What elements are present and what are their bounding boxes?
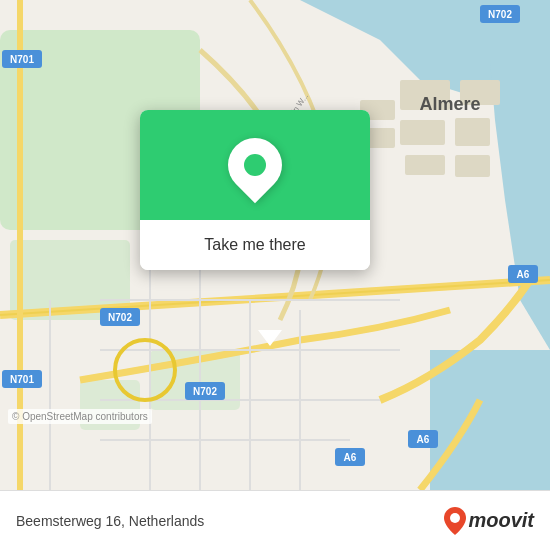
moovit-logo: moovit — [444, 507, 534, 535]
svg-rect-10 — [400, 120, 445, 145]
svg-rect-11 — [455, 118, 490, 146]
map-container: N702 N701 N701 N702 N702 A6 A6 A6 Almere… — [0, 0, 550, 490]
take-me-there-button[interactable]: Take me there — [140, 220, 370, 270]
svg-text:N702: N702 — [193, 386, 217, 397]
popup-card: Take me there — [140, 110, 370, 270]
location-pin-icon — [217, 127, 293, 203]
svg-marker-3 — [430, 350, 550, 490]
svg-text:A6: A6 — [517, 269, 530, 280]
svg-rect-13 — [455, 155, 490, 177]
svg-text:A6: A6 — [417, 434, 430, 445]
map-attribution: © OpenStreetMap contributors — [8, 409, 152, 424]
svg-text:Almere: Almere — [419, 94, 480, 114]
svg-text:A6: A6 — [344, 452, 357, 463]
svg-text:N702: N702 — [488, 9, 512, 20]
svg-text:N701: N701 — [10, 374, 34, 385]
svg-point-48 — [450, 513, 460, 523]
svg-text:N702: N702 — [108, 312, 132, 323]
svg-rect-12 — [405, 155, 445, 175]
address-label: Beemsterweg 16, Netherlands — [16, 513, 204, 529]
popup-icon-area — [140, 110, 370, 220]
bottom-bar: Beemsterweg 16, Netherlands moovit — [0, 490, 550, 550]
svg-text:N701: N701 — [10, 54, 34, 65]
popup-arrow — [258, 330, 282, 346]
moovit-brand-name: moovit — [468, 509, 534, 532]
moovit-pin-icon — [444, 507, 466, 535]
